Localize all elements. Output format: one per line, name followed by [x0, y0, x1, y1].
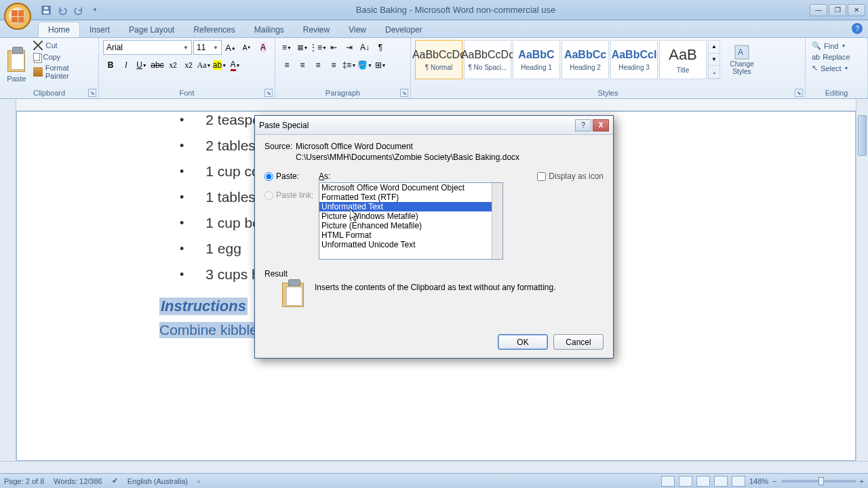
horizontal-scrollbar[interactable] — [0, 461, 868, 473]
redo-icon[interactable] — [72, 3, 85, 17]
list-option[interactable]: Formatted Text (RTF) — [319, 192, 502, 202]
format-listbox[interactable]: Microsoft Office Word Document Object Fo… — [319, 182, 503, 260]
tab-review[interactable]: Review — [294, 22, 339, 37]
tab-home[interactable]: Home — [38, 22, 80, 37]
status-macro-icon[interactable]: ▫ — [197, 477, 200, 485]
font-dialog-launcher[interactable]: ⬊ — [264, 89, 273, 97]
justify-button[interactable]: ≡ — [326, 58, 341, 73]
minimize-button[interactable]: — — [810, 4, 827, 16]
paragraph-dialog-launcher[interactable]: ⬊ — [400, 89, 408, 97]
align-right-button[interactable]: ≡ — [311, 58, 326, 73]
clipboard-dialog-launcher[interactable]: ⬊ — [88, 89, 96, 97]
replace-button[interactable]: abReplace — [810, 52, 863, 62]
status-language[interactable]: English (Australia) — [127, 477, 188, 485]
undo-icon[interactable] — [56, 3, 69, 17]
show-marks-button[interactable]: ¶ — [373, 40, 388, 55]
help-icon[interactable]: ? — [852, 23, 863, 34]
subscript-button[interactable]: x2 — [165, 58, 180, 73]
dialog-titlebar[interactable]: Paste Special ? X — [255, 116, 613, 135]
tab-developer[interactable]: Developer — [376, 22, 432, 37]
dialog-close-button[interactable]: X — [593, 119, 609, 131]
zoom-level[interactable]: 148% — [749, 477, 768, 485]
view-web-layout[interactable] — [696, 476, 710, 487]
save-icon[interactable] — [39, 3, 53, 17]
change-case-button[interactable]: Aa▼ — [197, 58, 212, 73]
style-heading1[interactable]: AaBbCHeading 1 — [513, 40, 560, 79]
zoom-out-button[interactable]: − — [772, 477, 776, 485]
style-normal[interactable]: AaBbCcDc¶ Normal — [415, 40, 462, 79]
decrease-indent-button[interactable]: ⇤ — [326, 40, 341, 55]
underline-button[interactable]: U▼ — [134, 58, 149, 73]
status-words[interactable]: Words: 12/386 — [54, 477, 102, 485]
status-proofing-icon[interactable]: ✔ — [112, 476, 118, 485]
view-draft[interactable] — [732, 476, 745, 487]
format-painter-button[interactable]: Format Painter — [31, 63, 94, 81]
maximize-button[interactable]: ❐ — [829, 4, 846, 16]
zoom-in-button[interactable]: + — [860, 477, 864, 485]
bold-button[interactable]: B — [103, 58, 118, 73]
list-option[interactable]: Picture (Enhanced Metafile) — [319, 221, 502, 230]
office-button[interactable] — [4, 3, 31, 30]
vertical-scrollbar[interactable] — [856, 99, 868, 461]
strikethrough-button[interactable]: abc — [150, 58, 165, 73]
sort-button[interactable]: A↓ — [357, 40, 372, 55]
copy-button[interactable]: Copy — [31, 52, 94, 62]
view-outline[interactable] — [714, 476, 728, 487]
borders-button[interactable]: ⊞▼ — [373, 58, 388, 73]
increase-indent-button[interactable]: ⇥ — [342, 40, 357, 55]
tab-mailings[interactable]: Mailings — [245, 22, 294, 37]
view-print-layout[interactable] — [661, 476, 675, 487]
style-heading2[interactable]: AaBbCcHeading 2 — [561, 40, 609, 79]
qat-more-icon[interactable]: ▼ — [88, 3, 102, 17]
zoom-slider[interactable] — [781, 480, 856, 483]
bullets-button[interactable]: ≡▼ — [279, 40, 294, 55]
zoom-thumb[interactable] — [818, 477, 824, 485]
cut-button[interactable]: Cut — [31, 40, 94, 51]
status-page[interactable]: Page: 2 of 8 — [4, 477, 44, 485]
font-name-combo[interactable]: Arial▼ — [103, 40, 192, 55]
shading-button[interactable]: 🪣▼ — [357, 58, 372, 73]
paste-button[interactable]: Paste — [4, 40, 28, 85]
font-color-button[interactable]: A▼ — [228, 58, 243, 73]
instructions-heading: Instructions — [159, 298, 248, 315]
change-styles-button[interactable]: A Change Styles — [724, 40, 760, 79]
superscript-button[interactable]: x2 — [181, 58, 196, 73]
align-left-button[interactable]: ≡ — [279, 58, 294, 73]
align-center-button[interactable]: ≡ — [295, 58, 310, 73]
find-button[interactable]: 🔍Find ▼ — [810, 40, 863, 52]
list-option[interactable]: Unformatted Unicode Text — [319, 240, 502, 249]
ok-button[interactable]: OK — [498, 334, 548, 350]
shrink-font-button[interactable]: A▼ — [239, 40, 254, 55]
list-option-selected[interactable]: Unformatted Text — [319, 202, 502, 211]
tab-view[interactable]: View — [339, 22, 376, 37]
styles-dialog-launcher[interactable]: ⬊ — [795, 89, 803, 97]
list-option[interactable]: Microsoft Office Word Document Object — [319, 183, 502, 192]
list-option[interactable]: Picture (Windows Metafile) — [319, 211, 502, 221]
tab-references[interactable]: References — [184, 22, 244, 37]
display-as-icon-checkbox[interactable]: Display as icon — [537, 171, 604, 181]
style-no-spacing[interactable]: AaBbCcDc¶ No Spaci... — [464, 40, 511, 79]
style-heading3[interactable]: AaBbCcIHeading 3 — [610, 40, 658, 79]
clear-formatting-button[interactable]: A — [256, 40, 271, 55]
view-fullading-reading[interactable] — [679, 476, 692, 487]
dialog-help-button[interactable]: ? — [575, 119, 591, 131]
style-title[interactable]: AaBTitle — [659, 40, 707, 79]
listbox-scrollbar[interactable] — [492, 183, 502, 259]
paste-radio[interactable]: Paste: — [264, 171, 319, 181]
tab-insert[interactable]: Insert — [80, 22, 119, 37]
line-spacing-button[interactable]: ‡≡▼ — [342, 58, 357, 73]
scroll-thumb[interactable] — [858, 115, 867, 156]
styles-gallery-more[interactable]: ▲▼⌄ — [708, 40, 720, 79]
cancel-button[interactable]: Cancel — [553, 334, 604, 350]
multilevel-button[interactable]: ⋮≡▼ — [311, 40, 326, 55]
list-option[interactable]: HTML Format — [319, 230, 502, 240]
highlight-button[interactable]: ab▼ — [212, 58, 227, 73]
close-button[interactable]: ✕ — [848, 4, 865, 16]
select-button[interactable]: ↖Select ▼ — [810, 62, 863, 74]
numbering-button[interactable]: ≣▼ — [295, 40, 310, 55]
as-label: As: — [319, 171, 529, 181]
font-size-combo[interactable]: 11▼ — [193, 40, 222, 55]
italic-button[interactable]: I — [119, 58, 134, 73]
tab-page-layout[interactable]: Page Layout — [119, 22, 184, 37]
grow-font-button[interactable]: A▲ — [223, 40, 238, 55]
